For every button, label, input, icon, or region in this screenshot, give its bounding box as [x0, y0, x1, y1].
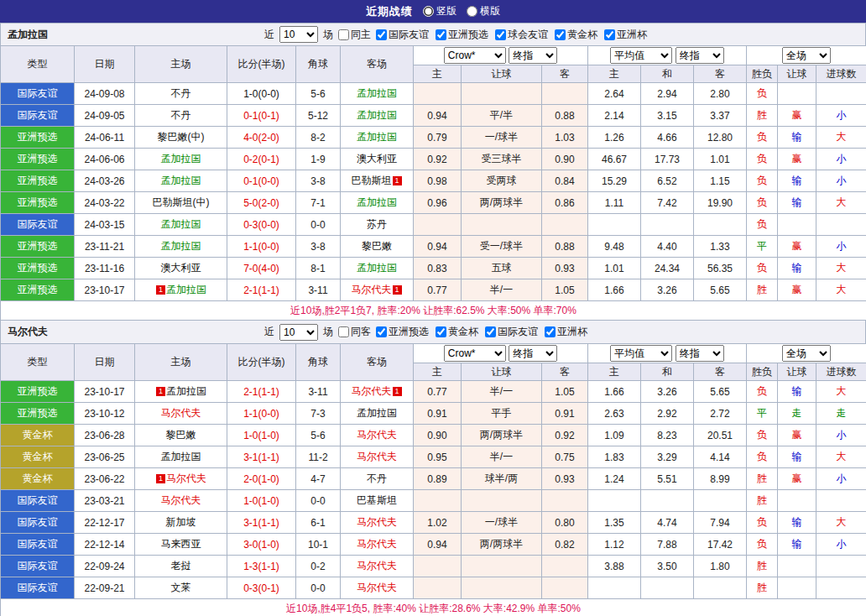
away-team-name: 澳大利亚: [357, 153, 397, 164]
home-team-cell: 不丹: [135, 83, 227, 105]
match-date: 22-12-14: [75, 534, 135, 556]
avg-draw: 24.34: [641, 258, 694, 279]
same-venue-checkbox[interactable]: [338, 29, 349, 40]
sub-header-avg-home: 主: [588, 363, 641, 381]
match-date: 24-09-05: [75, 105, 135, 127]
result-handicap: 赢: [778, 105, 816, 127]
result-handicap: 输: [778, 534, 816, 556]
league-checkbox[interactable]: [485, 326, 496, 337]
avg-draw: 3.26: [641, 381, 694, 403]
league-filter[interactable]: 国际友谊: [485, 325, 538, 339]
league-filter[interactable]: 亚洲预选: [436, 28, 488, 42]
odds-away: 0.88: [542, 236, 588, 258]
corners: 1-9: [296, 149, 341, 170]
average-kind-select[interactable]: 终指: [676, 345, 724, 362]
avg-home: 1.01: [588, 258, 641, 279]
league-filter[interactable]: 亚洲杯: [604, 28, 647, 42]
home-team-name: 新加坡: [166, 516, 196, 528]
league-filter[interactable]: 国际友谊: [376, 28, 429, 42]
odds-source-select[interactable]: Crow*: [444, 47, 506, 64]
odds-handicap: 半/一: [462, 279, 542, 301]
avg-away: 1.33: [694, 236, 747, 258]
vertical-radio[interactable]: [423, 6, 434, 17]
result-goals: [816, 556, 866, 577]
league-checkbox[interactable]: [376, 326, 387, 337]
home-team-cell: 马尔代夫: [135, 403, 227, 425]
odds-home: [414, 214, 462, 236]
odds-away: 0.92: [542, 425, 588, 446]
result-wdl: 负: [747, 170, 778, 192]
league-label: 黄金杯: [567, 28, 597, 42]
odds-handicap: 两/两球半: [462, 425, 542, 446]
match-date: 22-12-17: [75, 512, 135, 534]
match-row: 亚洲预选24-03-26孟加拉国0-1(0-0)3-8巴勒斯坦10.98受两球0…: [1, 170, 866, 192]
league-checkbox[interactable]: [545, 326, 556, 337]
league-checkbox[interactable]: [436, 326, 446, 337]
same-venue-filter[interactable]: 同客: [338, 325, 371, 339]
league-label: 国际友谊: [498, 325, 538, 339]
avg-draw: 4.74: [641, 512, 694, 534]
score: 7-0(4-0): [227, 258, 296, 279]
match-count-select[interactable]: 10: [279, 324, 318, 341]
score: 2-1(1-1): [227, 381, 296, 403]
result-goals: 大: [816, 446, 866, 468]
odds-home: 0.94: [414, 534, 462, 556]
away-team-cell: 不丹: [341, 468, 414, 490]
horizontal-radio[interactable]: [467, 6, 477, 17]
games-label: 场: [323, 28, 333, 42]
odds-kind-select[interactable]: 终指: [509, 47, 557, 64]
same-venue-filter[interactable]: 同主: [338, 28, 371, 42]
odds-home: [414, 83, 462, 105]
scope-select[interactable]: 全场: [782, 47, 831, 64]
result-goals: 大: [816, 279, 866, 301]
avg-home: [588, 490, 641, 512]
team-section-bangladesh: 孟加拉国 近 10 场 同主 国际友谊亚洲预选球会友谊黄金杯亚洲杯 类型 日期: [0, 23, 866, 321]
league-filter[interactable]: 亚洲预选: [376, 325, 429, 339]
league-checkbox[interactable]: [555, 29, 566, 40]
away-team-cell: 孟加拉国: [341, 258, 414, 279]
result-handicap: 输: [778, 192, 816, 214]
col-header-date: 日期: [75, 344, 135, 381]
average-select[interactable]: 平均值: [610, 47, 672, 64]
layout-vertical-option[interactable]: 竖版: [423, 4, 456, 18]
match-date: 23-06-22: [75, 468, 135, 490]
result-wdl: 胜: [747, 490, 778, 512]
team-section-maldives: 马尔代夫 近 10 场 同客 亚洲预选黄金杯国际友谊亚洲杯 类型 日期 主场: [0, 321, 866, 616]
match-count-select[interactable]: 10: [279, 26, 318, 43]
average-kind-select[interactable]: 终指: [676, 47, 724, 64]
away-team-cell: 孟加拉国: [341, 192, 414, 214]
league-checkbox[interactable]: [376, 29, 387, 40]
odds-away: 1.05: [542, 381, 588, 403]
odds-source-select[interactable]: Crow*: [444, 345, 506, 362]
away-team-cell: 马尔代夫: [341, 425, 414, 446]
home-team-cell: 1马尔代夫: [135, 468, 227, 490]
col-header-home: 主场: [135, 46, 227, 83]
score: 0-3(0-1): [227, 577, 296, 599]
league-type-badge: 亚洲预选: [1, 127, 75, 149]
scope-select[interactable]: 全场: [782, 345, 831, 362]
league-checkbox[interactable]: [436, 29, 446, 40]
league-filter[interactable]: 黄金杯: [436, 325, 478, 339]
corners: 0-2: [296, 556, 341, 577]
layout-horizontal-option[interactable]: 横版: [467, 4, 500, 18]
league-checkbox[interactable]: [495, 29, 506, 40]
home-team-cell: 澳大利亚: [135, 258, 227, 279]
league-filter[interactable]: 黄金杯: [555, 28, 597, 42]
score: 1-0(1-0): [227, 425, 296, 446]
avg-home: 1.35: [588, 512, 641, 534]
same-venue-checkbox[interactable]: [338, 326, 349, 337]
match-row: 国际友谊23-03-21马尔代夫1-0(1-0)0-0巴基斯坦胜: [1, 490, 866, 512]
home-team-cell: 孟加拉国: [135, 149, 227, 170]
odds-home: 0.77: [414, 279, 462, 301]
avg-draw: 3.15: [641, 105, 694, 127]
odds-handicap: 一/球半: [462, 127, 542, 149]
league-filters: 亚洲预选黄金杯国际友谊亚洲杯: [376, 325, 587, 339]
league-filter[interactable]: 球会友谊: [495, 28, 548, 42]
odds-kind-select[interactable]: 终指: [509, 345, 557, 362]
corners: 11-2: [296, 446, 341, 468]
league-checkbox[interactable]: [604, 29, 615, 40]
league-filter[interactable]: 亚洲杯: [545, 325, 587, 339]
col-header-date: 日期: [75, 46, 135, 83]
average-select[interactable]: 平均值: [610, 345, 672, 362]
score: 1-1(0-0): [227, 403, 296, 425]
